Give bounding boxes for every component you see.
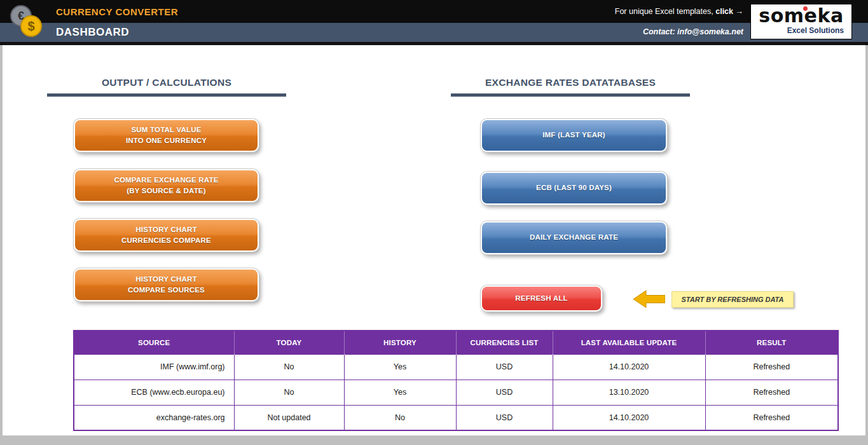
app-title: CURRENCY CONVERTER xyxy=(56,6,178,17)
history-chart-currencies-button[interactable]: HISTORY CHART CURRENCIES COMPARE xyxy=(74,219,259,252)
section-title-output: OUTPUT / CALCULATIONS xyxy=(47,77,286,88)
table-row: ECB (www.ecb.europa.eu) No Yes USD 13.10… xyxy=(74,380,838,405)
promo-text: For unique Excel templates, xyxy=(615,7,715,16)
section-underline-databases xyxy=(451,93,690,97)
cell-result: Refreshed xyxy=(705,354,838,380)
logo-dot-icon xyxy=(803,6,808,11)
compare-exchange-rate-button[interactable]: COMPARE EXCHANGE RATE (BY SOURCE & DATE) xyxy=(74,169,259,202)
cell-source: IMF (www.imf.org) xyxy=(74,354,234,380)
col-header-result: RESULT xyxy=(705,331,838,354)
cell-currencies: USD xyxy=(456,405,553,430)
someka-logo-subtitle: Excel Solutions xyxy=(756,26,846,35)
promo-link[interactable]: For unique Excel templates, click → xyxy=(615,7,743,16)
cell-today: No xyxy=(234,380,344,405)
cell-today: No xyxy=(234,354,344,380)
cell-last-update: 14.10.2020 xyxy=(553,405,705,430)
table-row: exchange-rates.org Not updated No USD 14… xyxy=(74,405,838,430)
bottom-frame xyxy=(0,435,868,445)
cell-history: Yes xyxy=(344,380,456,405)
col-header-last-update: LAST AVAILABLE UPDATE xyxy=(553,331,705,354)
right-arrow-icon: → xyxy=(736,7,744,16)
cell-source: exchange-rates.org xyxy=(74,405,234,430)
contact-info: Contact: info@someka.net xyxy=(643,27,743,36)
someka-logo[interactable]: someka Excel Solutions xyxy=(750,4,852,39)
history-chart-sources-button[interactable]: HISTORY CHART COMPARE SOURCES xyxy=(74,268,259,301)
cell-result: Refreshed xyxy=(705,380,838,405)
promo-click-text: click xyxy=(715,7,733,16)
table-row: IMF (www.imf.org) No Yes USD 14.10.2020 … xyxy=(74,354,838,380)
col-header-currencies-list: CURRENCIES LIST xyxy=(456,331,553,354)
col-header-history: HISTORY xyxy=(344,331,456,354)
someka-logo-text: someka xyxy=(759,4,843,27)
section-underline-output xyxy=(47,93,286,97)
section-title-databases: EXCHANGE RATES DATATABASES xyxy=(451,77,690,88)
cell-last-update: 13.10.2020 xyxy=(553,380,705,405)
col-header-source: SOURCE xyxy=(74,331,234,354)
arrow-left-icon xyxy=(633,291,665,308)
cell-currencies: USD xyxy=(456,380,553,405)
col-header-today: TODAY xyxy=(234,331,344,354)
refresh-all-button[interactable]: REFRESH ALL xyxy=(481,285,602,312)
cell-today: Not updated xyxy=(234,405,344,430)
cell-currencies: USD xyxy=(456,354,553,380)
cell-source: ECB (www.ecb.europa.eu) xyxy=(74,380,234,405)
refresh-hint-note: START BY REFRESHING DATA xyxy=(672,291,794,308)
imf-last-year-button[interactable]: IMF (LAST YEAR) xyxy=(481,119,667,152)
currency-coins-logo: € $ xyxy=(10,4,50,39)
cell-last-update: 14.10.2020 xyxy=(553,354,705,380)
sum-total-value-button[interactable]: SUM TOTAL VALUE INTO ONE CURRENCY xyxy=(74,119,259,152)
sources-table: SOURCE TODAY HISTORY CURRENCIES LIST LAS… xyxy=(73,330,839,431)
table-header-row: SOURCE TODAY HISTORY CURRENCIES LIST LAS… xyxy=(74,331,838,354)
dashboard-content: OUTPUT / CALCULATIONS EXCHANGE RATES DAT… xyxy=(3,45,865,435)
daily-exchange-rate-button[interactable]: DAILY EXCHANGE RATE xyxy=(481,221,667,254)
page-title: DASHBOARD xyxy=(56,26,129,39)
ecb-last-90-days-button[interactable]: ECB (LAST 90 DAYS) xyxy=(481,172,667,205)
dollar-coin-icon: $ xyxy=(20,15,42,37)
dollar-symbol: $ xyxy=(27,19,34,34)
someka-logo-word: someka xyxy=(756,6,846,26)
cell-result: Refreshed xyxy=(705,405,838,430)
cell-history: No xyxy=(344,405,456,430)
cell-history: Yes xyxy=(344,354,456,380)
